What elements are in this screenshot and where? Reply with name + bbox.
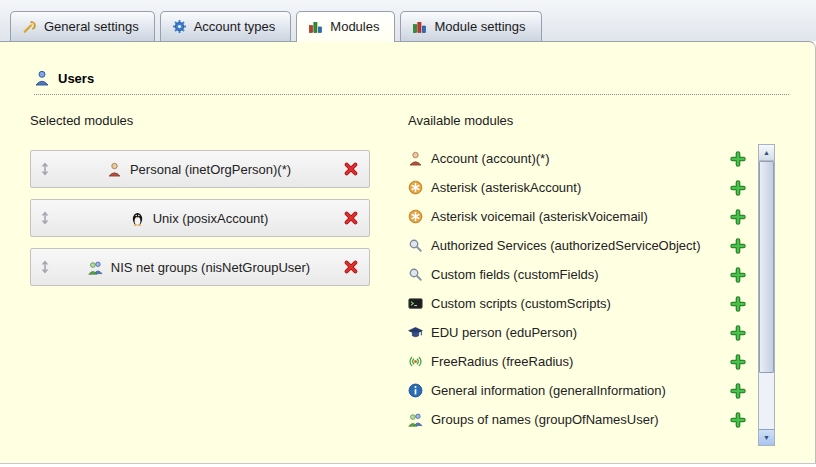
add-module-button[interactable] — [729, 382, 746, 399]
add-icon — [730, 412, 746, 428]
selected-modules-heading: Selected modules — [30, 113, 378, 128]
add-module-button[interactable] — [729, 324, 746, 341]
available-modules-list: Account (account)(*)Asterisk (asteriskAc… — [408, 144, 748, 434]
available-module-row: Groups of names (groupOfNamesUser) — [408, 405, 748, 434]
remove-module-button[interactable] — [342, 209, 360, 227]
tab-label: General settings — [44, 19, 139, 34]
radius-icon — [408, 354, 423, 369]
available-module-row: Authorized Services (authorizedServiceOb… — [408, 231, 748, 260]
add-module-button[interactable] — [729, 295, 746, 312]
add-module-button[interactable] — [729, 179, 746, 196]
person-icon — [408, 151, 423, 166]
content-panel: Users Selected modules Personal (inetOrg… — [0, 41, 816, 464]
available-modules-column: Available modules Account (account)(*)As… — [408, 109, 775, 446]
group-icon — [408, 412, 423, 427]
selected-module-content: Unix (posixAccount) — [56, 211, 342, 226]
available-modules-heading: Available modules — [408, 113, 775, 128]
users-icon — [34, 70, 50, 86]
scrollbar[interactable]: ▲ ▼ — [758, 144, 775, 446]
edu-icon — [408, 325, 423, 340]
delete-icon — [343, 210, 359, 226]
tab-label: Modules — [330, 19, 379, 34]
drag-handle-icon[interactable] — [40, 260, 56, 274]
penguin-icon — [130, 211, 145, 226]
available-module-label: Account (account)(*) — [431, 151, 721, 166]
available-module-row: FreeRadius (freeRadius) — [408, 347, 748, 376]
add-module-button[interactable] — [729, 237, 746, 254]
add-module-button[interactable] — [729, 208, 746, 225]
script-icon — [408, 296, 423, 311]
available-module-row: EDU person (eduPerson) — [408, 318, 748, 347]
tab-label: Module settings — [434, 19, 525, 34]
selected-module-content: NIS net groups (nisNetGroupUser) — [56, 260, 342, 275]
scrollbar-track[interactable] — [759, 161, 774, 429]
section-title: Users — [58, 71, 94, 86]
magnifier-icon — [408, 267, 423, 282]
tab-bar: General settingsAccount typesModulesModu… — [0, 0, 816, 41]
available-module-label: Groups of names (groupOfNamesUser) — [431, 412, 721, 427]
tools-icon — [22, 19, 37, 34]
available-module-label: EDU person (eduPerson) — [431, 325, 721, 340]
gear-icon — [172, 19, 187, 34]
modules-columns: Selected modules Personal (inetOrgPerson… — [0, 95, 815, 446]
asterisk-icon — [408, 209, 423, 224]
delete-icon — [343, 161, 359, 177]
available-module-row: Asterisk (asteriskAccount) — [408, 173, 748, 202]
scroll-down-button[interactable]: ▼ — [759, 429, 774, 445]
delete-icon — [343, 259, 359, 275]
info-icon — [408, 383, 423, 398]
available-module-label: Custom scripts (customScripts) — [431, 296, 721, 311]
available-module-label: Custom fields (customFields) — [431, 267, 721, 282]
tab-module-settings[interactable]: Module settings — [400, 11, 541, 41]
add-icon — [730, 267, 746, 283]
tab-account-types[interactable]: Account types — [160, 11, 292, 41]
available-module-label: General information (generalInformation) — [431, 383, 721, 398]
available-module-label: Asterisk (asteriskAccount) — [431, 180, 721, 195]
add-icon — [730, 180, 746, 196]
available-module-label: FreeRadius (freeRadius) — [431, 354, 721, 369]
scrollbar-thumb[interactable] — [759, 161, 774, 373]
available-module-row: Asterisk voicemail (asteriskVoicemail) — [408, 202, 748, 231]
section-header: Users — [34, 70, 789, 95]
remove-module-button[interactable] — [342, 160, 360, 178]
modules-icon — [308, 19, 323, 34]
asterisk-icon — [408, 180, 423, 195]
add-module-button[interactable] — [729, 266, 746, 283]
add-module-button[interactable] — [729, 353, 746, 370]
selected-module-row: Personal (inetOrgPerson)(*) — [30, 150, 370, 188]
module-settings-icon — [412, 19, 427, 34]
selected-module-label: Unix (posixAccount) — [153, 211, 269, 226]
available-module-row: Custom fields (customFields) — [408, 260, 748, 289]
add-icon — [730, 151, 746, 167]
scroll-up-button[interactable]: ▲ — [759, 145, 774, 161]
drag-handle-icon[interactable] — [40, 211, 56, 225]
selected-modules-column: Selected modules Personal (inetOrgPerson… — [30, 109, 378, 446]
available-modules-wrap: Account (account)(*)Asterisk (asteriskAc… — [408, 144, 775, 446]
tab-modules[interactable]: Modules — [296, 11, 395, 42]
add-icon — [730, 209, 746, 225]
available-module-row: Custom scripts (customScripts) — [408, 289, 748, 318]
available-module-label: Asterisk voicemail (asteriskVoicemail) — [431, 209, 721, 224]
magnifier-icon — [408, 238, 423, 253]
add-icon — [730, 238, 746, 254]
selected-module-label: NIS net groups (nisNetGroupUser) — [111, 260, 310, 275]
lam-configuration-page: General settingsAccount typesModulesModu… — [0, 0, 816, 464]
group-icon — [88, 260, 103, 275]
selected-module-content: Personal (inetOrgPerson)(*) — [56, 162, 342, 177]
drag-handle-icon[interactable] — [40, 162, 56, 176]
add-module-button[interactable] — [729, 150, 746, 167]
add-icon — [730, 296, 746, 312]
selected-module-row: Unix (posixAccount) — [30, 199, 370, 237]
add-icon — [730, 354, 746, 370]
selected-modules-list: Personal (inetOrgPerson)(*)Unix (posixAc… — [30, 150, 378, 286]
add-module-button[interactable] — [729, 411, 746, 428]
remove-module-button[interactable] — [342, 258, 360, 276]
available-module-row: General information (generalInformation) — [408, 376, 748, 405]
add-icon — [730, 383, 746, 399]
person-icon — [107, 162, 122, 177]
tab-label: Account types — [194, 19, 276, 34]
available-module-row: Account (account)(*) — [408, 144, 748, 173]
add-icon — [730, 325, 746, 341]
tab-general-settings[interactable]: General settings — [10, 11, 155, 41]
selected-module-label: Personal (inetOrgPerson)(*) — [130, 162, 291, 177]
